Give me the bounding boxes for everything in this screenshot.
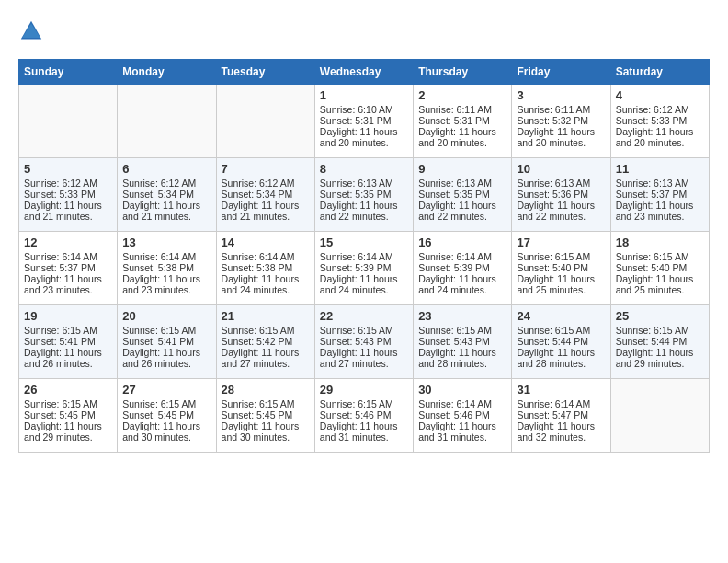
day-number: 25 [616,309,704,323]
daylight-text: Daylight: 11 hours and 22 minutes. [517,200,595,222]
sunrise-text: Sunrise: 6:15 AM [517,325,590,336]
sunset-text: Sunset: 5:44 PM [616,336,688,347]
sunset-text: Sunset: 5:46 PM [320,409,392,420]
logo-icon [18,18,44,44]
sunset-text: Sunset: 5:42 PM [222,336,293,347]
daylight-text: Daylight: 11 hours and 30 minutes. [222,420,300,442]
daylight-text: Daylight: 11 hours and 29 minutes. [616,347,694,369]
calendar-cell: 12Sunrise: 6:14 AMSunset: 5:37 PMDayligh… [19,232,118,305]
daylight-text: Daylight: 11 hours and 28 minutes. [418,347,496,369]
sunrise-text: Sunrise: 6:14 AM [320,251,393,262]
sunrise-text: Sunrise: 6:15 AM [122,398,196,409]
calendar-cell: 9Sunrise: 6:13 AMSunset: 5:35 PMDaylight… [414,158,512,232]
sunrise-text: Sunrise: 6:14 AM [517,398,590,409]
calendar-cell [610,379,709,453]
sunrise-text: Sunrise: 6:15 AM [320,398,393,409]
sunrise-text: Sunrise: 6:15 AM [418,325,492,336]
sunrise-text: Sunrise: 6:15 AM [24,325,97,336]
calendar-cell: 17Sunrise: 6:15 AMSunset: 5:40 PMDayligh… [512,232,610,305]
sunrise-text: Sunrise: 6:12 AM [24,178,97,189]
sunrise-text: Sunrise: 6:14 AM [122,251,196,262]
sunset-text: Sunset: 5:45 PM [24,409,96,420]
day-number: 3 [517,88,605,102]
calendar-cell: 13Sunrise: 6:14 AMSunset: 5:38 PMDayligh… [118,232,216,305]
daylight-text: Daylight: 11 hours and 27 minutes. [320,347,398,369]
sunset-text: Sunset: 5:32 PM [517,115,588,126]
day-number: 6 [122,162,210,176]
day-number: 24 [517,309,605,323]
day-number: 23 [418,309,506,323]
day-number: 30 [418,383,506,396]
calendar-cell: 29Sunrise: 6:15 AMSunset: 5:46 PMDayligh… [314,379,413,453]
daylight-text: Daylight: 11 hours and 21 minutes. [222,200,300,222]
daylight-text: Daylight: 11 hours and 23 minutes. [616,200,694,222]
sunrise-text: Sunrise: 6:14 AM [222,251,295,262]
sunrise-text: Sunrise: 6:14 AM [24,251,97,262]
day-number: 5 [24,162,112,176]
sunrise-text: Sunrise: 6:15 AM [24,398,97,409]
sunrise-text: Sunrise: 6:12 AM [616,104,689,115]
daylight-text: Daylight: 11 hours and 22 minutes. [418,200,496,222]
col-monday: Monday [118,60,216,85]
day-number: 12 [24,236,112,249]
daylight-text: Daylight: 11 hours and 20 minutes. [418,126,496,148]
sunset-text: Sunset: 5:37 PM [24,262,96,273]
calendar-cell: 24Sunrise: 6:15 AMSunset: 5:44 PMDayligh… [512,305,610,379]
sunset-text: Sunset: 5:41 PM [122,336,194,347]
sunset-text: Sunset: 5:44 PM [517,336,588,347]
sunset-text: Sunset: 5:38 PM [122,262,194,273]
calendar-cell: 27Sunrise: 6:15 AMSunset: 5:45 PMDayligh… [118,379,216,453]
daylight-text: Daylight: 11 hours and 29 minutes. [24,420,102,442]
sunset-text: Sunset: 5:45 PM [222,409,293,420]
day-number: 13 [122,236,210,249]
calendar-cell: 21Sunrise: 6:15 AMSunset: 5:42 PMDayligh… [216,305,314,379]
sunset-text: Sunset: 5:40 PM [517,262,588,273]
sunset-text: Sunset: 5:35 PM [418,189,490,200]
sunset-text: Sunset: 5:39 PM [320,262,392,273]
day-number: 10 [517,162,605,176]
daylight-text: Daylight: 11 hours and 20 minutes. [616,126,694,148]
calendar-cell [19,85,118,158]
sunset-text: Sunset: 5:33 PM [24,189,96,200]
calendar-cell: 18Sunrise: 6:15 AMSunset: 5:40 PMDayligh… [610,232,709,305]
daylight-text: Daylight: 11 hours and 28 minutes. [517,347,595,369]
day-number: 22 [320,309,408,323]
day-number: 27 [122,383,210,396]
day-number: 21 [222,309,310,323]
day-number: 8 [320,162,408,176]
calendar-cell: 25Sunrise: 6:15 AMSunset: 5:44 PMDayligh… [610,305,709,379]
calendar-cell: 22Sunrise: 6:15 AMSunset: 5:43 PMDayligh… [314,305,413,379]
calendar-cell: 10Sunrise: 6:13 AMSunset: 5:36 PMDayligh… [512,158,610,232]
calendar-cell [118,85,216,158]
daylight-text: Daylight: 11 hours and 20 minutes. [517,126,595,148]
day-number: 9 [418,162,506,176]
sunset-text: Sunset: 5:34 PM [122,189,194,200]
daylight-text: Daylight: 11 hours and 27 minutes. [222,347,300,369]
col-sunday: Sunday [19,60,118,85]
day-number: 29 [320,383,408,396]
day-number: 19 [24,309,112,323]
sunset-text: Sunset: 5:36 PM [517,189,588,200]
day-number: 15 [320,236,408,249]
sunset-text: Sunset: 5:39 PM [418,262,490,273]
calendar-cell: 5Sunrise: 6:12 AMSunset: 5:33 PMDaylight… [19,158,118,232]
daylight-text: Daylight: 11 hours and 23 minutes. [24,273,102,295]
daylight-text: Daylight: 11 hours and 24 minutes. [418,273,496,295]
col-saturday: Saturday [610,60,709,85]
sunrise-text: Sunrise: 6:15 AM [222,325,295,336]
sunrise-text: Sunrise: 6:15 AM [122,325,196,336]
calendar-cell: 11Sunrise: 6:13 AMSunset: 5:37 PMDayligh… [610,158,709,232]
sunrise-text: Sunrise: 6:15 AM [222,398,295,409]
sunset-text: Sunset: 5:34 PM [222,189,293,200]
daylight-text: Daylight: 11 hours and 22 minutes. [320,200,398,222]
calendar-cell: 7Sunrise: 6:12 AMSunset: 5:34 PMDaylight… [216,158,314,232]
sunrise-text: Sunrise: 6:12 AM [222,178,295,189]
day-number: 17 [517,236,605,249]
daylight-text: Daylight: 11 hours and 31 minutes. [320,420,398,442]
daylight-text: Daylight: 11 hours and 31 minutes. [418,420,496,442]
sunrise-text: Sunrise: 6:15 AM [517,251,590,262]
sunset-text: Sunset: 5:46 PM [418,409,490,420]
daylight-text: Daylight: 11 hours and 21 minutes. [122,200,200,222]
calendar-cell: 15Sunrise: 6:14 AMSunset: 5:39 PMDayligh… [314,232,413,305]
sunset-text: Sunset: 5:43 PM [418,336,490,347]
